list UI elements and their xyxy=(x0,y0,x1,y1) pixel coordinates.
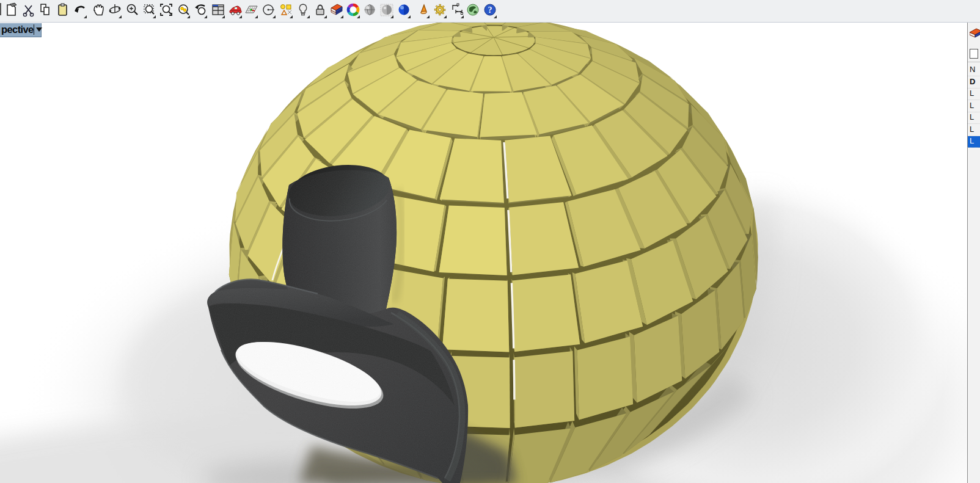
svg-text:?: ? xyxy=(488,5,492,15)
